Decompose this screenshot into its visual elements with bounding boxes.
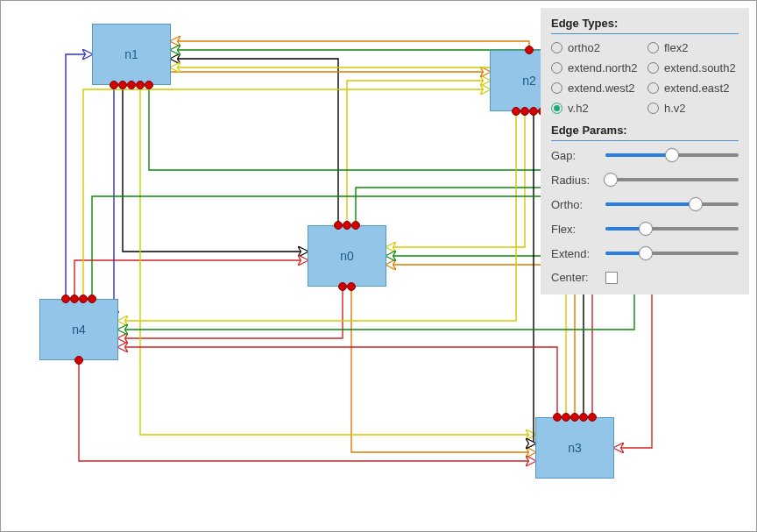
edge-n2-n4 xyxy=(118,111,516,321)
node-label: n2 xyxy=(522,74,536,88)
edge-n0-n2 xyxy=(347,81,490,225)
port xyxy=(127,81,136,89)
radio-label: ortho2 xyxy=(568,41,600,54)
port xyxy=(74,356,83,365)
port xyxy=(61,294,70,303)
gap-slider[interactable] xyxy=(605,148,739,162)
edge-type-radio-h_v2[interactable]: h.v2 xyxy=(647,102,739,115)
radio-icon xyxy=(551,82,562,94)
port xyxy=(79,294,88,303)
param-label-ortho: Ortho: xyxy=(551,198,600,211)
node-label: n1 xyxy=(124,47,138,61)
ortho-slider[interactable] xyxy=(605,197,739,211)
edge-n4-n1 xyxy=(66,54,92,299)
edge-n3-n4 xyxy=(118,347,557,417)
port xyxy=(338,282,347,291)
edge-type-radio-group: ortho2flex2extend.north2extend.south2ext… xyxy=(551,41,739,115)
port xyxy=(512,107,520,116)
port xyxy=(347,282,356,291)
radio-label: v.h2 xyxy=(568,102,589,115)
radio-icon xyxy=(647,103,659,114)
edge-n1-n0 xyxy=(123,85,308,252)
edge-n0-n4 xyxy=(118,287,343,338)
edge-params-heading: Edge Params: xyxy=(551,124,739,137)
param-label-center: Center: xyxy=(551,271,600,284)
port xyxy=(351,221,360,230)
node-n0[interactable]: n0 xyxy=(308,225,386,287)
radio-icon xyxy=(551,42,562,53)
edge-type-radio-extend_east2[interactable]: extend.east2 xyxy=(647,82,739,95)
divider xyxy=(551,140,739,141)
port xyxy=(520,107,529,116)
extend-slider[interactable] xyxy=(605,246,739,260)
port xyxy=(579,413,588,422)
port xyxy=(110,81,118,89)
port xyxy=(88,294,96,303)
edge-n2-n3 xyxy=(534,111,535,443)
param-label-gap: Gap: xyxy=(551,149,600,162)
edge-type-radio-flex2[interactable]: flex2 xyxy=(647,41,739,54)
divider xyxy=(551,33,739,34)
radio-icon xyxy=(647,42,659,53)
edge-type-radio-extend_west2[interactable]: extend.west2 xyxy=(551,82,642,95)
port xyxy=(145,81,153,89)
control-panel: Edge Types: ortho2flex2extend.north2exte… xyxy=(541,8,749,294)
param-label-flex: Flex: xyxy=(551,223,600,236)
port xyxy=(136,81,145,89)
radio-label: h.v2 xyxy=(664,102,686,115)
radio-icon xyxy=(551,103,562,114)
edge-types-heading: Edge Types: xyxy=(551,17,739,30)
edge-type-radio-extend_north2[interactable]: extend.north2 xyxy=(551,61,642,74)
graph-editor-canvas[interactable]: n0n1n2n3n4n5 Edge Types: ortho2flex2exte… xyxy=(0,0,757,532)
edge-type-radio-v_h2[interactable]: v.h2 xyxy=(551,102,642,115)
flex-slider[interactable] xyxy=(605,222,739,236)
edge-n2-n0 xyxy=(386,111,525,247)
radio-icon xyxy=(551,62,562,74)
edge-n0-n3 xyxy=(351,287,535,452)
param-label-radius: Radius: xyxy=(551,174,600,187)
param-label-extend: Extend: xyxy=(551,247,600,260)
edge-n4-n0 xyxy=(74,260,308,299)
edge-n4-n2 xyxy=(83,89,490,299)
edge-type-radio-extend_south2[interactable]: extend.south2 xyxy=(647,61,739,74)
port xyxy=(118,81,127,89)
radio-label: extend.west2 xyxy=(568,82,635,95)
edge-type-radio-ortho2[interactable]: ortho2 xyxy=(551,41,642,54)
edge-n0-n1 xyxy=(171,59,338,225)
radio-label: extend.east2 xyxy=(664,82,729,95)
port xyxy=(529,107,538,116)
port xyxy=(562,413,570,422)
port xyxy=(553,413,562,422)
radius-slider[interactable] xyxy=(605,173,739,187)
port xyxy=(334,221,343,230)
node-n1[interactable]: n1 xyxy=(92,24,171,85)
node-label: n3 xyxy=(568,441,582,455)
radio-label: flex2 xyxy=(664,41,688,54)
edge-n2-n1 xyxy=(171,41,529,50)
node-n4[interactable]: n4 xyxy=(39,299,118,360)
radio-icon xyxy=(647,82,659,94)
radio-label: extend.north2 xyxy=(568,61,638,74)
port xyxy=(570,413,579,422)
port xyxy=(70,294,79,303)
center-checkbox[interactable] xyxy=(605,272,739,284)
node-n3[interactable]: n3 xyxy=(535,417,614,479)
radio-icon xyxy=(647,62,659,74)
edge-params-group: Gap: Radius: Ortho: Flex: Extend: Center… xyxy=(551,148,739,284)
edge-n1-n2 xyxy=(131,72,490,85)
node-label: n0 xyxy=(340,249,354,263)
node-label: n4 xyxy=(72,323,86,337)
port xyxy=(343,221,351,230)
edge-n1-n4 xyxy=(114,85,118,312)
port xyxy=(588,413,597,422)
radio-label: extend.south2 xyxy=(664,61,736,74)
edge-n4-n3 xyxy=(79,360,535,461)
port xyxy=(525,46,534,54)
